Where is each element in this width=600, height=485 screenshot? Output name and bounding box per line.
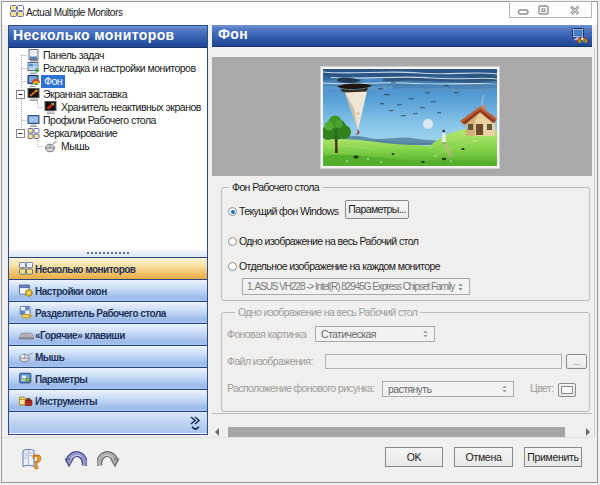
- svg-text:?: ?: [32, 451, 42, 472]
